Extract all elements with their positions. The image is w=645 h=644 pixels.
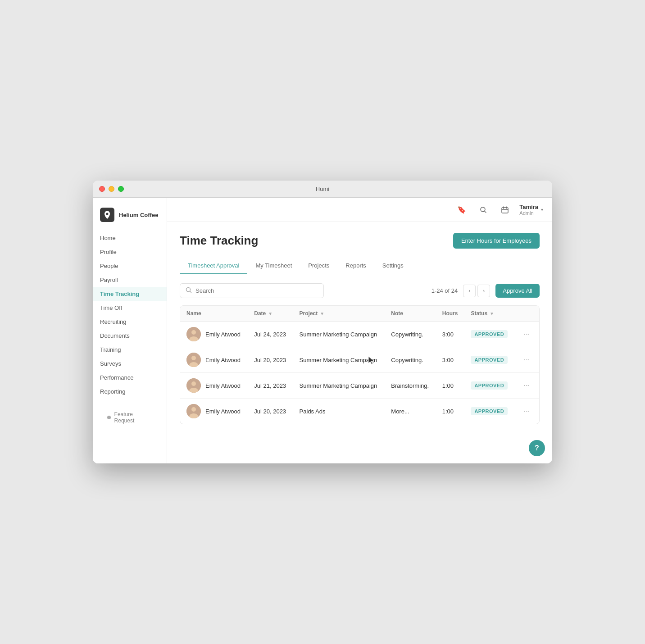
cell-status-2: APPROVED [464, 347, 514, 373]
logo-area: Helium Coffee [93, 205, 167, 231]
search-input[interactable] [195, 287, 318, 294]
cell-note-4: More... [385, 399, 436, 424]
minimize-button[interactable] [109, 186, 114, 192]
timesheet-table: Name Date ▼ Pro [180, 306, 539, 424]
col-date[interactable]: Date ▼ [248, 306, 293, 322]
status-badge-3: APPROVED [471, 381, 508, 390]
cell-note-1: Copywriting. [385, 322, 436, 347]
tabs: Timesheet Approval My Timesheet Projects… [180, 258, 540, 274]
cell-hours-2: 3:00 [436, 347, 465, 373]
next-page-button[interactable]: › [477, 285, 490, 297]
maximize-button[interactable] [118, 186, 124, 192]
sidebar-item-reporting[interactable]: Reporting [93, 385, 167, 399]
cell-project-2: Summer Marketing Campaign [293, 347, 385, 373]
table-row: Emily Atwood Jul 21, 2023 Summer Marketi… [180, 373, 539, 399]
sidebar-item-recruiting[interactable]: Recruiting [93, 315, 167, 329]
user-menu[interactable]: Tamira Admin ▾ [519, 204, 543, 216]
col-note: Note [385, 306, 436, 322]
cell-name-4: Emily Atwood [180, 399, 248, 424]
toolbar: 1-24 of 24 ‹ › Approve All [180, 283, 540, 298]
project-filter-icon: ▼ [320, 311, 324, 316]
company-name: Helium Coffee [119, 212, 158, 218]
search-box[interactable] [180, 283, 324, 298]
cell-status-4: APPROVED [464, 399, 514, 424]
col-project[interactable]: Project ▼ [293, 306, 385, 322]
status-badge-4: APPROVED [471, 407, 508, 415]
pagination-info: 1-24 of 24 [432, 287, 458, 294]
approve-all-button[interactable]: Approve All [495, 284, 540, 298]
sidebar-item-performance[interactable]: Performance [93, 371, 167, 385]
table-header: Name Date ▼ Pro [180, 306, 539, 322]
enter-hours-button[interactable]: Enter Hours for Employees [453, 233, 540, 249]
cell-date-4: Jul 20, 2023 [248, 399, 293, 424]
row-more-button-3[interactable]: ··· [521, 381, 532, 390]
calendar-icon[interactable] [498, 203, 512, 217]
table-row: Emily Atwood Jul 20, 2023 Summer Marketi… [180, 347, 539, 373]
tab-timesheet-approval[interactable]: Timesheet Approval [180, 258, 247, 274]
close-button[interactable] [99, 186, 105, 192]
cell-hours-1: 3:00 [436, 322, 465, 347]
prev-page-button[interactable]: ‹ [463, 285, 476, 297]
avatar-3 [186, 378, 201, 393]
cell-hours-3: 1:00 [436, 373, 465, 399]
col-actions [515, 306, 539, 322]
app-logo-icon [100, 208, 114, 222]
search-icon[interactable] [476, 203, 491, 217]
sidebar-item-home[interactable]: Home [93, 231, 167, 245]
pagination-nav: ‹ › [463, 285, 490, 297]
cell-status-1: APPROVED [464, 322, 514, 347]
sidebar-nav: Home Profile People Payroll Time Trackin… [93, 231, 167, 399]
sidebar-item-surveys[interactable]: Surveys [93, 357, 167, 371]
sidebar-item-documents[interactable]: Documents [93, 329, 167, 343]
sidebar-item-payroll[interactable]: Payroll [93, 273, 167, 287]
page-title: Time Tracking [180, 234, 258, 248]
bookmark-icon[interactable]: 🔖 [454, 203, 469, 217]
avatar-1 [186, 327, 201, 341]
col-hours: Hours [436, 306, 465, 322]
cell-name-1: Emily Atwood [180, 322, 248, 347]
table-row: Emily Atwood Jul 24, 2023 Summer Marketi… [180, 322, 539, 347]
cell-date-2: Jul 20, 2023 [248, 347, 293, 373]
cell-project-3: Summer Marketing Campaign [293, 373, 385, 399]
chevron-down-icon: ▾ [541, 207, 543, 212]
svg-line-8 [190, 291, 191, 293]
feature-dot-icon [107, 416, 111, 419]
traffic-lights [99, 186, 124, 192]
svg-point-16 [191, 381, 196, 386]
sidebar-item-time-tracking[interactable]: Time Tracking [93, 287, 167, 301]
toolbar-right: 1-24 of 24 ‹ › Approve All [432, 284, 540, 298]
cell-actions-1: ··· [515, 322, 539, 347]
avatar-2 [186, 353, 201, 367]
tab-projects[interactable]: Projects [300, 258, 337, 274]
table-row: Emily Atwood Jul 20, 2023 Paids Ads More… [180, 399, 539, 424]
row-more-button-2[interactable]: ··· [521, 355, 532, 365]
titlebar: Humi [93, 181, 552, 198]
row-more-button-4[interactable]: ··· [521, 406, 532, 416]
main-content: 🔖 Tamira [167, 198, 552, 463]
tab-reports[interactable]: Reports [337, 258, 374, 274]
cell-name-3: Emily Atwood [180, 373, 248, 399]
user-name: Tamira [519, 204, 538, 210]
feature-request-link[interactable]: Feature Request [100, 408, 159, 427]
app-window: Humi Helium Coffee Home Profile [93, 181, 552, 463]
status-badge-1: APPROVED [471, 330, 508, 338]
sidebar-item-training[interactable]: Training [93, 343, 167, 357]
svg-line-2 [485, 211, 486, 213]
tab-my-timesheet[interactable]: My Timesheet [247, 258, 300, 274]
app-body: Helium Coffee Home Profile People Payrol… [93, 198, 552, 463]
page-header: Time Tracking Enter Hours for Employees [180, 233, 540, 249]
cell-actions-2: ··· [515, 347, 539, 373]
sidebar-item-people[interactable]: People [93, 259, 167, 273]
col-status[interactable]: Status ▼ [464, 306, 514, 322]
status-filter-icon: ▼ [490, 311, 494, 316]
window-title: Humi [316, 186, 329, 192]
help-button[interactable]: ? [529, 440, 545, 456]
cell-name-2: Emily Atwood [180, 347, 248, 373]
row-more-button-1[interactable]: ··· [521, 329, 532, 339]
tab-settings[interactable]: Settings [374, 258, 412, 274]
sidebar-item-profile[interactable]: Profile [93, 245, 167, 259]
svg-rect-3 [502, 208, 508, 213]
sidebar: Helium Coffee Home Profile People Payrol… [93, 198, 167, 463]
sidebar-item-time-off[interactable]: Time Off [93, 301, 167, 315]
cell-note-3: Brainstorming. [385, 373, 436, 399]
